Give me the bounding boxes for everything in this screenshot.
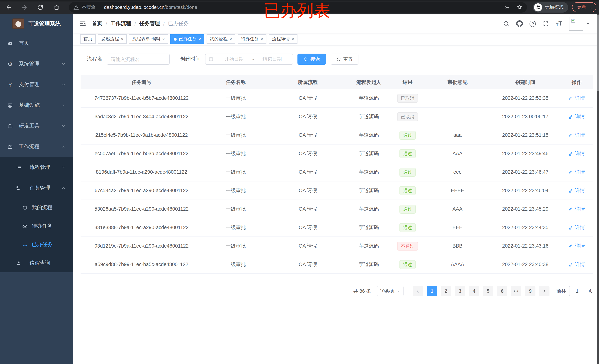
cell-task-id: 03d1219e-7b9a-11ec-a290-acde48001122 bbox=[80, 243, 203, 249]
font-size-icon[interactable]: TT bbox=[556, 20, 562, 27]
breadcrumb-item[interactable]: 任务管理 bbox=[139, 20, 160, 27]
cell-action: 详情 bbox=[560, 126, 593, 144]
browser-forward-icon[interactable] bbox=[21, 4, 28, 10]
tab-close-icon[interactable]: × bbox=[162, 37, 165, 41]
edit-pen-icon bbox=[568, 151, 573, 156]
cell-starter: 芋道源码 bbox=[347, 150, 391, 157]
goto-page-input[interactable] bbox=[569, 286, 585, 296]
tab-done-tasks[interactable]: 已办任务× bbox=[170, 34, 204, 44]
sidebar-item-payment[interactable]: ¥支付管理 bbox=[0, 74, 73, 95]
total-count: 共 86 条 bbox=[353, 288, 371, 294]
edit-pen-icon bbox=[568, 262, 573, 267]
cell-process: OA 请假 bbox=[269, 113, 347, 120]
cell-action: 详情 bbox=[560, 218, 593, 237]
tab-start-process[interactable]: 发起流程× bbox=[98, 34, 127, 44]
sidebar-item-process-mgmt[interactable]: 流程管理 bbox=[0, 157, 73, 178]
detail-link[interactable]: 详情 bbox=[568, 224, 585, 231]
detail-link[interactable]: 详情 bbox=[568, 150, 585, 157]
tab-process-detail[interactable]: 流程详情× bbox=[269, 34, 298, 44]
breadcrumb-item[interactable]: 首页 bbox=[92, 20, 102, 27]
incognito-icon bbox=[534, 3, 542, 11]
cell-action: 详情 bbox=[560, 200, 593, 218]
table-row: 03d1219e-7b9a-11ec-a290-acde48001122一级审批… bbox=[80, 237, 593, 255]
detail-link[interactable]: 详情 bbox=[568, 132, 585, 138]
pager-ellipsis[interactable]: ••• bbox=[511, 286, 521, 296]
breadcrumb-item[interactable]: 工作流程 bbox=[110, 20, 131, 27]
bookmark-star-icon[interactable] bbox=[516, 4, 522, 10]
pager: 123456•••9 bbox=[425, 286, 537, 296]
hamburger-icon[interactable] bbox=[79, 20, 86, 27]
pager-page-3[interactable]: 3 bbox=[455, 286, 465, 296]
detail-link[interactable]: 详情 bbox=[568, 243, 585, 249]
sidebar-item-infra[interactable]: 基础设施 bbox=[0, 95, 73, 116]
tab-close-icon[interactable]: × bbox=[198, 37, 201, 41]
sidebar-item-workflow[interactable]: 工作流程 bbox=[0, 136, 73, 157]
detail-link[interactable]: 详情 bbox=[568, 206, 585, 212]
browser-menu-icon[interactable] bbox=[589, 5, 593, 10]
sidebar-item-done-tasks[interactable]: 已办任务 bbox=[0, 235, 73, 254]
detail-link[interactable]: 详情 bbox=[568, 95, 585, 101]
table-row: 331e3388-7b9a-11ec-a290-acde48001122一级审批… bbox=[80, 218, 593, 237]
pager-page-6[interactable]: 6 bbox=[497, 286, 507, 296]
tab-close-icon[interactable]: × bbox=[121, 37, 123, 41]
search-button[interactable]: 搜索 bbox=[298, 53, 326, 65]
process-name-input[interactable] bbox=[107, 53, 170, 65]
detail-link[interactable]: 详情 bbox=[568, 169, 585, 175]
detail-link[interactable]: 详情 bbox=[568, 113, 585, 120]
help-icon[interactable]: ? bbox=[530, 20, 536, 27]
pager-page-5[interactable]: 5 bbox=[483, 286, 493, 296]
next-page-button[interactable] bbox=[539, 286, 549, 296]
pager-page-1[interactable]: 1 bbox=[427, 286, 437, 296]
cell-task-id: 74736737-7b9b-11ec-b5b7-acde48001122 bbox=[80, 95, 203, 101]
chevron-up-icon bbox=[61, 186, 66, 190]
browser-back-icon[interactable] bbox=[6, 4, 12, 10]
app-title: 芋道管理系统 bbox=[28, 20, 61, 27]
sidebar-item-devtools[interactable]: 研发工具 bbox=[0, 116, 73, 136]
avatar[interactable] bbox=[569, 17, 583, 31]
browser-home-icon[interactable] bbox=[53, 4, 60, 10]
result-badge: 已取消 bbox=[397, 94, 418, 103]
sidebar-item-system[interactable]: ⚙系统管理 bbox=[0, 53, 73, 74]
cell-task-id: ec507ae6-7b9a-11ec-b03b-acde48001122 bbox=[80, 151, 203, 156]
address-bar[interactable]: 不安全 dashboard.yudao.iocoder.cn /bpm/task… bbox=[69, 2, 527, 12]
tab-form-edit[interactable]: 流程表单-编辑× bbox=[129, 34, 168, 44]
pager-page-4[interactable]: 4 bbox=[469, 286, 479, 296]
sidebar-item-my-process[interactable]: 我的流程 bbox=[0, 198, 73, 217]
tab-todo-tasks[interactable]: 待办任务× bbox=[238, 34, 266, 44]
browser-reload-icon[interactable] bbox=[37, 4, 44, 10]
pager-page-9[interactable]: 9 bbox=[525, 286, 536, 296]
avatar-caret-icon[interactable] bbox=[586, 22, 590, 26]
sidebar-item-task-mgmt[interactable]: 任务管理 bbox=[0, 178, 73, 198]
github-icon[interactable] bbox=[516, 20, 523, 27]
sidebar-item-todo-tasks[interactable]: 待办任务 bbox=[0, 217, 73, 235]
cell-process: OA 请假 bbox=[269, 224, 347, 231]
cell-task-name: 一级审批 bbox=[203, 169, 269, 175]
tab-close-icon[interactable]: × bbox=[261, 37, 263, 41]
date-range-input[interactable]: 开始日期 - 结束日期 bbox=[205, 53, 293, 65]
result-badge: 通过 bbox=[399, 204, 416, 213]
detail-link[interactable]: 详情 bbox=[568, 187, 585, 194]
tab-home[interactable]: 首页 bbox=[80, 34, 96, 44]
tab-close-icon[interactable]: × bbox=[291, 37, 294, 41]
goto-unit-label: 页 bbox=[588, 288, 593, 294]
column-header: 结果 bbox=[391, 79, 424, 86]
prev-page-button[interactable] bbox=[413, 286, 423, 296]
reset-button[interactable]: 重置 bbox=[331, 53, 358, 65]
update-label: 更新 bbox=[577, 4, 586, 10]
browser-update-button[interactable]: 更新 bbox=[572, 2, 596, 12]
goto-label: 前往 bbox=[556, 288, 566, 294]
fullscreen-icon[interactable] bbox=[543, 20, 549, 27]
sidebar-item-home[interactable]: 首页 bbox=[0, 33, 73, 53]
tab-close-icon[interactable]: × bbox=[229, 37, 232, 41]
page-size-select[interactable]: 10条/页 bbox=[377, 286, 404, 296]
incognito-label: 无痕模式 bbox=[545, 4, 564, 10]
password-key-icon[interactable] bbox=[504, 4, 510, 10]
cell-task-name: 一级审批 bbox=[203, 261, 269, 268]
sidebar-item-leave-query[interactable]: 请假查询 bbox=[0, 254, 73, 272]
pager-page-2[interactable]: 2 bbox=[441, 286, 451, 296]
browser-scrollbar-thumb[interactable] bbox=[597, 15, 599, 91]
search-icon[interactable] bbox=[503, 20, 510, 27]
table-row: 74736737-7b9b-11ec-b5b7-acde48001122一级审批… bbox=[80, 89, 593, 107]
tab-my-process[interactable]: 我的流程× bbox=[207, 34, 235, 44]
detail-link[interactable]: 详情 bbox=[568, 261, 585, 268]
